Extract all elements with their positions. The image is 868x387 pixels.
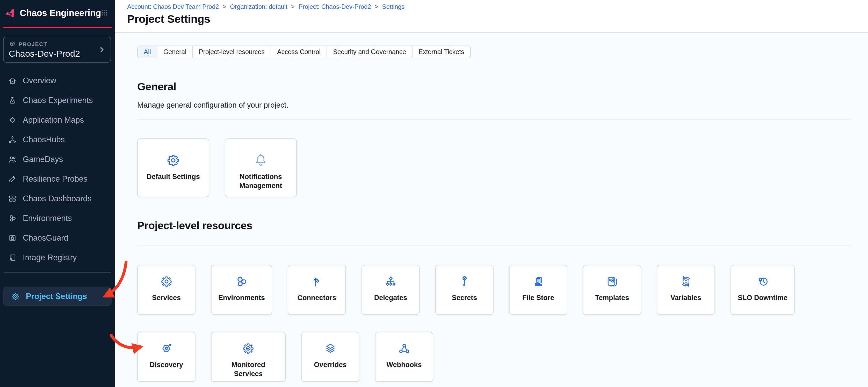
sidebar-item-chaoshubs[interactable]: ChaosHubs: [0, 130, 115, 149]
target-icon: [8, 116, 17, 125]
webhooks-icon: [398, 341, 411, 356]
card-label: Overrides: [314, 360, 346, 370]
settings-category-tabs: AllGeneralProject-level resourcesAccess …: [137, 45, 471, 58]
card-monitored-services[interactable]: Monitored Services: [211, 332, 286, 382]
templates-icon: [606, 274, 619, 289]
sidebar-item-project-settings[interactable]: Project Settings: [3, 287, 112, 306]
card-label: Secrets: [452, 293, 477, 303]
sidebar-item-resilience-probes[interactable]: Resilience Probes: [0, 169, 115, 189]
card-notifications-management[interactable]: Notifications Management: [225, 138, 297, 197]
card-slo-downtime[interactable]: SLO Downtime: [731, 265, 795, 315]
hexagons-icon: [235, 274, 248, 289]
card-templates[interactable]: Templates: [583, 265, 641, 315]
card-label: Discovery: [150, 360, 183, 370]
page-header: Account: Chaos Dev Team Prod2>Organizati…: [115, 0, 868, 33]
sidebar-item-label: ChaosHubs: [23, 135, 65, 144]
card-overrides[interactable]: Overrides: [301, 332, 360, 382]
hexagons-icon: [8, 214, 17, 223]
project-selector-value: Chaos-Dev-Prod2: [9, 49, 105, 59]
sidebar-item-label: Image Registry: [23, 253, 76, 262]
card-variables[interactable]: Variables: [657, 265, 715, 315]
breadcrumb-link-project-chaos-dev-prod2[interactable]: Project: Chaos-Dev-Prod2: [299, 3, 371, 10]
gear-icon: [166, 152, 181, 168]
card-delegates[interactable]: Delegates: [362, 265, 420, 315]
sidebar-item-application-maps[interactable]: Application Maps: [0, 110, 115, 130]
sidebar-item-chaos-dashboards[interactable]: Chaos Dashboards: [0, 189, 115, 209]
sidebar-item-label: Environments: [23, 214, 72, 223]
sidebar-item-chaosguard[interactable]: ChaosGuard: [0, 228, 115, 248]
probe-icon: [8, 175, 17, 183]
cards-row: Default SettingsNotifications Management: [137, 138, 851, 197]
hub-icon: [8, 135, 17, 144]
sidebar-item-image-registry[interactable]: Image Registry: [0, 248, 115, 268]
section-title: General: [137, 81, 851, 93]
tab-all[interactable]: All: [138, 46, 157, 58]
tab-access-control[interactable]: Access Control: [271, 46, 327, 58]
variables-icon: [679, 274, 693, 289]
chaos-engineering-logo-icon: [4, 5, 16, 21]
cards-row: ServicesEnvironmentsConnectorsDelegatesS…: [137, 265, 851, 315]
section-general: GeneralManage general configuration of y…: [137, 81, 851, 197]
card-label: Monitored Services: [218, 360, 278, 378]
breadcrumb-link-settings[interactable]: Settings: [382, 3, 405, 10]
breadcrumb-link-organization-default[interactable]: Organization: default: [230, 3, 287, 10]
breadcrumb-separator: >: [291, 3, 295, 10]
section-project-level-resources: Project-level resourcesServicesEnvironme…: [137, 220, 851, 382]
connectors-icon: [310, 274, 324, 289]
chevron-right-icon: [98, 45, 106, 54]
sidebar-item-label: Overview: [23, 76, 56, 85]
main-area: Account: Chaos Dev Team Prod2>Organizati…: [115, 0, 868, 387]
sidebar-item-environments[interactable]: Environments: [0, 209, 115, 228]
breadcrumb-separator: >: [223, 3, 226, 10]
dashboard-icon: [8, 194, 17, 203]
section-divider: [137, 119, 851, 119]
card-default-settings[interactable]: Default Settings: [137, 138, 209, 197]
sidebar-item-label: Chaos Experiments: [23, 96, 93, 105]
sidebar: Chaos Engineering PROJECT Chaos-Dev-Prod…: [0, 0, 115, 387]
tab-general[interactable]: General: [157, 46, 192, 58]
sidebar-nav: OverviewChaos ExperimentsApplication Map…: [0, 71, 115, 268]
lock-icon: [8, 234, 17, 242]
project-selector-label: PROJECT: [19, 41, 47, 47]
sidebar-item-chaos-experiments[interactable]: Chaos Experiments: [0, 91, 115, 110]
tab-project-level-resources[interactable]: Project-level resources: [192, 46, 271, 58]
sidebar-item-gamedays[interactable]: GameDays: [0, 149, 115, 169]
sidebar-item-label: ChaosGuard: [23, 233, 68, 243]
card-discovery[interactable]: Discovery: [137, 332, 195, 382]
section-divider: [137, 246, 851, 246]
card-label: Default Settings: [147, 172, 200, 181]
breadcrumb-link-account-chaos-dev-team-prod2[interactable]: Account: Chaos Dev Team Prod2: [127, 3, 219, 10]
registry-icon: [8, 253, 17, 262]
card-label: Variables: [671, 293, 701, 303]
people-icon: [8, 155, 17, 164]
monitored-icon: [242, 341, 255, 356]
sidebar-item-label: GameDays: [23, 155, 63, 164]
sections: GeneralManage general configuration of y…: [137, 81, 851, 382]
card-connectors[interactable]: Connectors: [288, 265, 346, 315]
tab-security-and-governance[interactable]: Security and Governance: [327, 46, 412, 58]
project-selector[interactable]: PROJECT Chaos-Dev-Prod2: [3, 37, 111, 63]
filestore-icon: [532, 274, 545, 289]
brand-accent-line: [3, 27, 112, 28]
page-title: Project Settings: [127, 13, 868, 25]
card-secrets[interactable]: Secrets: [435, 265, 494, 315]
card-label: File Store: [522, 293, 554, 303]
card-label: Environments: [218, 293, 265, 303]
card-environments[interactable]: Environments: [211, 265, 272, 315]
card-label: Webhooks: [386, 360, 422, 370]
tab-external-tickets[interactable]: External Tickets: [412, 46, 470, 58]
card-label: Services: [152, 293, 181, 303]
sidebar-item-overview[interactable]: Overview: [0, 71, 115, 91]
bell-icon: [253, 152, 268, 168]
project-cube-icon: [9, 41, 16, 47]
slo-clock-icon: [756, 274, 769, 289]
card-file-store[interactable]: File Store: [509, 265, 567, 315]
module-grid-icon[interactable]: [101, 8, 108, 17]
card-services[interactable]: Services: [137, 265, 195, 315]
card-webhooks[interactable]: Webhooks: [375, 332, 433, 382]
card-label: SLO Downtime: [738, 293, 787, 303]
flask-icon: [8, 96, 17, 105]
cards-row: DiscoveryMonitored ServicesOverridesWebh…: [137, 332, 851, 382]
card-label: Connectors: [298, 293, 336, 303]
product-title: Chaos Engineering: [20, 8, 101, 18]
